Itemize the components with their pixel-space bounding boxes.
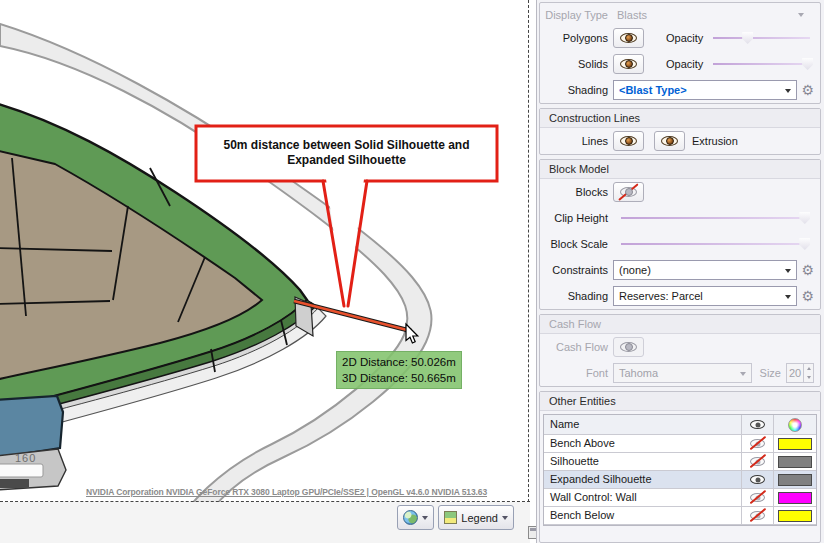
font-dropdown-value: Tahoma	[619, 367, 658, 379]
block-shading-label: Shading	[542, 290, 608, 302]
spinner-up-icon	[804, 364, 813, 373]
table-row[interactable]: Bench Below	[544, 507, 816, 525]
scene-canvas	[0, 0, 530, 543]
slider-thumb[interactable]	[799, 238, 810, 250]
legend-icon	[444, 511, 457, 524]
construction-lines-group: Construction Lines Lines Extrusion	[539, 108, 821, 155]
construction-lines-title: Construction Lines	[540, 109, 820, 128]
table-row[interactable]: Silhouette	[544, 453, 816, 471]
chevron-down-icon	[740, 372, 746, 376]
entity-name: Bench Above	[544, 435, 742, 452]
display-type-value[interactable]: Blasts	[613, 9, 792, 21]
font-label: Font	[542, 367, 608, 379]
extrusion-label: Extrusion	[692, 135, 738, 147]
distance-tooltip: 2D Distance: 50.026m 3D Distance: 50.665…	[336, 351, 462, 389]
shading-dropdown[interactable]: <Blast Type>	[613, 80, 797, 100]
entity-visibility-toggle[interactable]	[742, 489, 774, 506]
table-row[interactable]: Bench Above	[544, 435, 816, 453]
slider-thumb[interactable]	[802, 58, 813, 70]
polygons-label: Polygons	[542, 32, 608, 44]
color-swatch	[778, 438, 812, 450]
entity-color-cell[interactable]	[774, 453, 816, 470]
eye-icon	[620, 136, 637, 146]
constraints-dropdown[interactable]: (none)	[613, 260, 797, 280]
constraints-dropdown-value: (none)	[619, 264, 651, 276]
entity-name: Bench Below	[544, 507, 742, 524]
globe-view-button[interactable]	[397, 505, 434, 530]
solids-opacity-slider[interactable]	[713, 54, 810, 74]
gear-icon[interactable]: ⚙	[801, 83, 814, 97]
display-group: Display Type Blasts Polygons Opacity Sol…	[539, 2, 821, 104]
cash-flow-group: Cash Flow Cash Flow Font Tahoma Size 20	[539, 314, 821, 387]
table-row-selected[interactable]: Expanded Silhouette	[544, 471, 816, 489]
floor-dark-bar	[0, 479, 29, 488]
properties-panel: Display Type Blasts Polygons Opacity Sol…	[536, 0, 824, 543]
block-shading-dropdown-value: Reserves: Parcel	[619, 290, 703, 302]
shading-dropdown-value: <Blast Type>	[619, 84, 687, 96]
annotation-callout: 50m distance between Solid Silhouette an…	[196, 128, 497, 168]
entity-visibility-toggle[interactable]	[742, 435, 774, 452]
eye-icon	[661, 136, 678, 146]
solids-label: Solids	[542, 58, 608, 70]
lines-visibility-button[interactable]	[613, 131, 644, 151]
block-model-group: Block Model Blocks Clip Height Block Sca…	[539, 159, 821, 310]
gear-icon[interactable]: ⚙	[801, 289, 814, 303]
solids-opacity-label: Opacity	[666, 58, 703, 70]
visibility-column-header[interactable]	[742, 415, 774, 434]
viewport-toolbar: Legend	[0, 502, 530, 543]
entity-name: Wall Control: Wall	[544, 489, 742, 506]
cash-flow-title: Cash Flow	[540, 315, 820, 334]
eye-icon	[620, 33, 637, 43]
chevron-down-icon	[785, 269, 791, 273]
cash-flow-label: Cash Flow	[542, 341, 608, 353]
legend-button-label: Legend	[461, 512, 498, 524]
entity-color-cell[interactable]	[774, 435, 816, 452]
table-row[interactable]: Wall Control: Wall	[544, 489, 816, 507]
eye-icon	[750, 475, 765, 484]
slider-thumb[interactable]	[742, 32, 753, 44]
clip-height-slider[interactable]	[621, 208, 810, 228]
spinner-down-icon	[804, 373, 813, 382]
chevron-down-icon	[502, 516, 508, 520]
callout-line-2: Expanded Silhouette	[196, 153, 497, 168]
lines-label: Lines	[542, 135, 608, 147]
polygons-opacity-label: Opacity	[666, 32, 703, 44]
chevron-down-icon	[798, 13, 804, 17]
blocks-visibility-button[interactable]	[613, 182, 644, 202]
gear-icon[interactable]: ⚙	[801, 263, 814, 277]
globe-icon	[403, 510, 418, 525]
3d-viewport[interactable]: 50m distance between Solid Silhouette an…	[0, 0, 530, 543]
chevron-down-icon	[785, 295, 791, 299]
entity-visibility-toggle[interactable]	[742, 471, 774, 488]
entity-color-cell[interactable]	[774, 507, 816, 524]
polygons-visibility-button[interactable]	[613, 28, 644, 48]
entity-name: Expanded Silhouette	[544, 471, 742, 488]
size-label: Size	[760, 367, 781, 379]
floor-label-plate	[0, 464, 43, 477]
name-column-header[interactable]: Name	[544, 415, 742, 434]
shading-label: Shading	[542, 84, 608, 96]
colour-column-header[interactable]	[774, 415, 816, 434]
chevron-down-icon	[422, 516, 428, 520]
lower-bench-block	[0, 396, 63, 457]
block-shading-dropdown[interactable]: Reserves: Parcel	[613, 286, 797, 306]
color-swatch	[778, 510, 812, 522]
entity-visibility-toggle[interactable]	[742, 507, 774, 524]
block-scale-slider[interactable]	[621, 234, 810, 254]
entity-visibility-toggle[interactable]	[742, 453, 774, 470]
blocks-label: Blocks	[542, 186, 608, 198]
entity-color-cell[interactable]	[774, 471, 816, 488]
eye-icon	[750, 420, 765, 429]
entity-name: Silhouette	[544, 453, 742, 470]
distance-3d: 3D Distance: 50.665m	[342, 370, 456, 386]
slider-thumb[interactable]	[799, 212, 810, 224]
opengl-status-text: NVIDIA Corporation NVIDIA GeForce RTX 30…	[86, 487, 530, 497]
polygons-opacity-slider[interactable]	[713, 28, 810, 48]
solids-visibility-button[interactable]	[613, 54, 644, 74]
color-swatch	[778, 492, 812, 504]
entity-color-cell[interactable]	[774, 489, 816, 506]
eye-icon	[620, 342, 637, 352]
extrusion-visibility-button[interactable]	[654, 131, 685, 151]
size-spinner-value: 20	[787, 364, 803, 382]
legend-button[interactable]: Legend	[438, 505, 514, 530]
